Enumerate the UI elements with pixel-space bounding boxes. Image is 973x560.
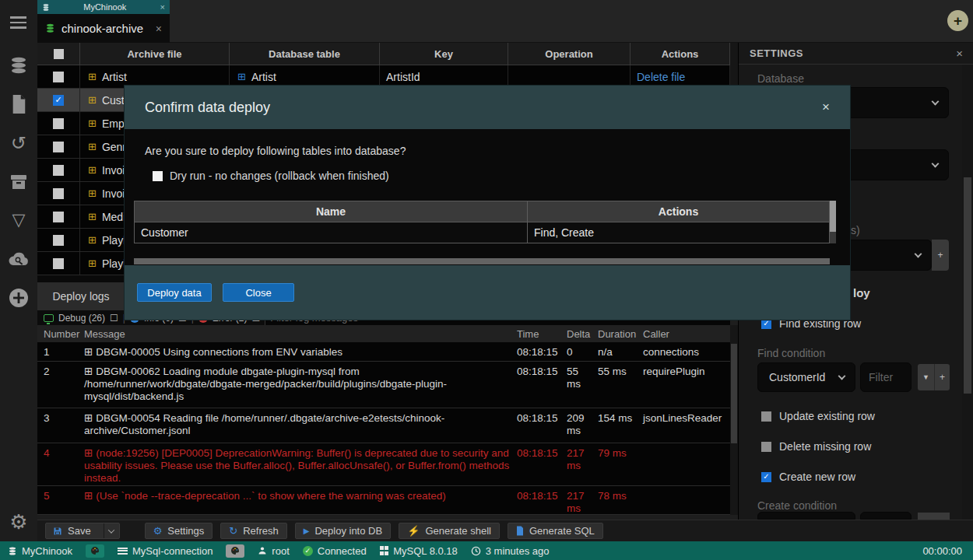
database-icon: [42, 3, 50, 12]
log-rows: 1 ⊞DBGM-00005 Using connections from ENV…: [37, 342, 730, 515]
user-name: root: [272, 545, 289, 557]
statusbar-connection[interactable]: MySql-connection: [118, 545, 213, 557]
filter-nav-icon[interactable]: ▽: [0, 210, 37, 230]
dry-run-checkbox[interactable]: [153, 171, 163, 181]
statusbar-user[interactable]: root: [258, 545, 289, 557]
close-icon[interactable]: ×: [822, 100, 830, 115]
log-row-error[interactable]: 4 ⊞(node:19256) [DEP0005] DeprecationWar…: [37, 443, 730, 486]
column-header-archive-file[interactable]: Archive file: [80, 43, 230, 65]
add-key-button[interactable]: +: [932, 240, 949, 271]
checkbox-checked[interactable]: ✓: [761, 319, 771, 329]
create-field-select-clipped[interactable]: [757, 512, 855, 520]
column-header-key[interactable]: Key: [380, 43, 508, 65]
expand-icon[interactable]: ⊞: [84, 490, 93, 502]
debug-filter-label[interactable]: Debug (26): [58, 313, 105, 324]
debug-checkbox[interactable]: ☐: [110, 313, 118, 324]
generate-sql-button[interactable]: Generate SQL: [508, 523, 603, 539]
expand-icon[interactable]: ⊞: [84, 412, 93, 424]
create-new-row-option[interactable]: ✓ Create new row: [761, 471, 855, 483]
log-message[interactable]: ⊞DBGM-00005 Using connections from ENV v…: [83, 342, 514, 361]
color-badge-database[interactable]: [86, 544, 104, 558]
log-row[interactable]: 2 ⊞DBGM-00062 Loading module dbgate-plug…: [37, 362, 730, 408]
log-message[interactable]: ⊞DBGM-00062 Loading module dbgate-plugin…: [83, 362, 514, 408]
close-icon[interactable]: ×: [956, 47, 963, 60]
row-checkbox[interactable]: [53, 212, 64, 222]
play-icon: ▶: [304, 527, 310, 535]
close-button[interactable]: Close: [223, 283, 294, 302]
row-checkbox[interactable]: [53, 72, 64, 82]
add-condition-button[interactable]: +: [934, 364, 950, 390]
tab-chinook-archive[interactable]: chinook-archive ×: [37, 14, 170, 43]
dialog-horizontal-scrollbar[interactable]: [134, 258, 830, 264]
delete-file-link[interactable]: Delete file: [637, 71, 685, 83]
archive-nav-icon[interactable]: [0, 173, 37, 191]
log-message[interactable]: ⊞(node:19256) [DEP0005] DeprecationWarni…: [83, 443, 514, 485]
column-header-actions[interactable]: Actions: [631, 43, 730, 65]
log-col-time: Time: [514, 328, 565, 340]
row-checkbox[interactable]: [53, 165, 64, 176]
history-nav-icon[interactable]: ↺: [0, 132, 37, 154]
find-field-select[interactable]: CustomerId: [757, 362, 855, 392]
column-header-operation[interactable]: Operation: [508, 43, 631, 65]
database-nav-icon[interactable]: [0, 56, 37, 75]
log-message[interactable]: ⊞DBGM-00054 Reading file /home/runner/.d…: [83, 408, 514, 443]
status-text: Connected: [318, 545, 367, 557]
save-button[interactable]: Save: [45, 523, 120, 539]
statusbar-status[interactable]: ✓ Connected: [303, 545, 367, 557]
row-checkbox[interactable]: [53, 258, 64, 269]
close-icon[interactable]: ×: [156, 23, 162, 35]
confirm-data-deploy-dialog: Confirm data deploy × Are you sure to de…: [125, 86, 850, 320]
table-icon: ⊞: [88, 212, 97, 222]
row-checkbox-checked[interactable]: ✓: [53, 95, 64, 106]
log-message[interactable]: ⊞(Use `node --trace-deprecation ...` to …: [83, 486, 514, 514]
create-condition-buttons-clipped[interactable]: [918, 513, 950, 520]
settings-button[interactable]: ⚙ Settings: [145, 523, 213, 539]
expand-icon[interactable]: ⊞: [84, 346, 93, 358]
filter-mode-button[interactable]: ▼: [918, 364, 934, 390]
plus-icon: +: [954, 12, 962, 30]
row-checkbox[interactable]: [53, 118, 64, 129]
find-filter-input[interactable]: [860, 362, 912, 392]
dialog-header: Confirm data deploy ×: [125, 86, 850, 129]
create-filter-input-clipped[interactable]: [860, 512, 912, 520]
select-all-checkbox[interactable]: [54, 49, 64, 59]
dry-run-option[interactable]: Dry run - no changes (rollback when fini…: [153, 170, 389, 182]
delete-missing-row-option[interactable]: Delete missing row: [761, 440, 871, 453]
row-checkbox[interactable]: [53, 142, 64, 152]
database-table-name: Artist: [251, 71, 276, 83]
close-icon[interactable]: ×: [160, 2, 165, 12]
menu-icon[interactable]: [0, 13, 37, 32]
column-header-database-table[interactable]: Database table: [230, 43, 380, 65]
log-scrollbar-thumb[interactable]: [731, 344, 737, 443]
log-row[interactable]: 1 ⊞DBGM-00005 Using connections from ENV…: [37, 342, 730, 362]
checkbox-unchecked[interactable]: [761, 442, 771, 452]
checkbox-checked[interactable]: ✓: [761, 472, 771, 482]
generate-shell-button[interactable]: ⚡ Generate shell: [399, 523, 500, 539]
dialog-table-scrollbar-thumb[interactable]: [830, 201, 836, 232]
deploy-into-db-button[interactable]: ▶ Deploy into DB: [295, 523, 391, 539]
files-nav-icon[interactable]: [0, 94, 37, 114]
settings-scrollbar-thumb[interactable]: [964, 177, 971, 394]
expand-icon[interactable]: ⊞: [84, 447, 93, 459]
log-row[interactable]: 3 ⊞DBGM-00054 Reading file /home/runner/…: [37, 408, 730, 443]
new-tab-button[interactable]: +: [947, 10, 968, 31]
statusbar-database[interactable]: MyChinook: [8, 545, 72, 557]
expand-icon[interactable]: ⊞: [84, 366, 93, 377]
log-row-error[interactable]: 5 ⊞(Use `node --trace-deprecation ...` t…: [37, 486, 730, 515]
color-badge-connection[interactable]: [226, 544, 244, 558]
tab-deploy-logs[interactable]: Deploy logs: [37, 282, 125, 310]
row-checkbox[interactable]: [53, 235, 64, 246]
save-dropdown[interactable]: [104, 523, 119, 538]
statusbar-version[interactable]: MySQL 8.0.18: [380, 545, 458, 557]
dialog-footer: Deploy data Close: [125, 265, 850, 320]
refresh-button[interactable]: ↻ Refresh: [220, 523, 286, 539]
statusbar-refresh-age[interactable]: 3 minutes ago: [471, 545, 550, 557]
update-existing-row-option[interactable]: Update existing row: [761, 410, 875, 422]
gear-icon[interactable]: ⚙: [0, 510, 37, 534]
tab-myChinook[interactable]: MyChinook ×: [37, 0, 170, 14]
checkbox-unchecked[interactable]: [761, 411, 771, 422]
add-nav-icon[interactable]: [0, 288, 37, 308]
row-checkbox[interactable]: [53, 188, 64, 199]
deploy-data-button[interactable]: Deploy data: [137, 283, 212, 302]
cloud-search-nav-icon[interactable]: [0, 250, 37, 268]
